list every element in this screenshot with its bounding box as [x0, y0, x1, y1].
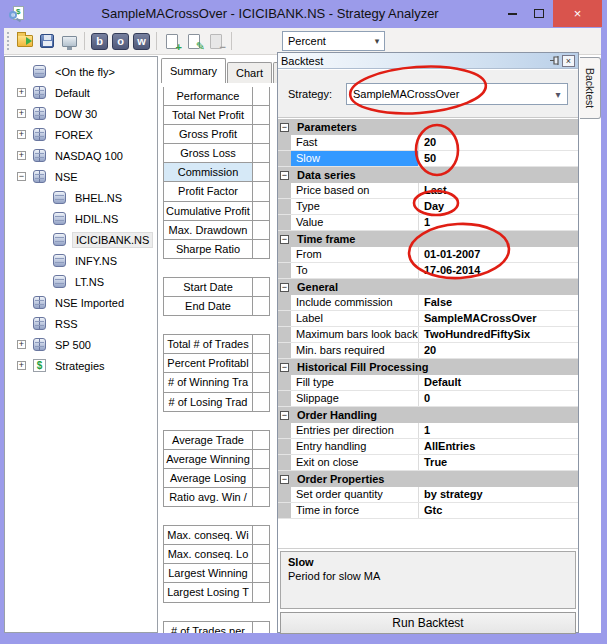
tree-item-lt[interactable]: LT.NS: [5, 271, 157, 292]
panel-close-icon[interactable]: ×: [562, 55, 575, 67]
property-row-exit-on-close[interactable]: Exit on closeTrue: [278, 455, 578, 471]
collapse-icon[interactable]: −: [280, 475, 289, 484]
summary-row[interactable]: Max. conseq. Wi: [163, 525, 270, 545]
strategy-select[interactable]: SampleMACrossOver ▾: [346, 83, 568, 105]
collapse-icon[interactable]: −: [280, 411, 289, 420]
property-row-min-bars-required[interactable]: Min. bars required20: [278, 343, 578, 359]
new-document-button[interactable]: +: [161, 30, 183, 52]
property-value[interactable]: 20: [419, 135, 578, 150]
pin-icon[interactable]: [548, 54, 562, 67]
summary-row[interactable]: Start Date: [163, 277, 270, 297]
expand-plus-icon[interactable]: +: [17, 109, 26, 118]
property-row-fill-type[interactable]: Fill typeDefault: [278, 375, 578, 391]
tree-item-nse[interactable]: −NSE: [5, 166, 157, 187]
tree-item-rss[interactable]: RSS: [5, 313, 157, 334]
summary-row[interactable]: Max. Drawdown: [163, 220, 270, 240]
summary-row[interactable]: Profit Factor: [163, 181, 270, 201]
summary-row-commission[interactable]: Commission: [163, 162, 270, 182]
tree-item-dow30[interactable]: +DOW 30: [5, 103, 157, 124]
o-button[interactable]: o: [112, 33, 129, 50]
tree-item-sp500[interactable]: +SP 500: [5, 334, 157, 355]
property-value[interactable]: SampleMACrossOver: [419, 311, 578, 326]
summary-row[interactable]: Largest Losing T: [163, 582, 270, 602]
tree-item-icicibank[interactable]: ICICIBANK.NS: [5, 229, 157, 250]
category-data-series[interactable]: −Data series: [278, 167, 578, 183]
property-row-price-based-on[interactable]: Price based onLast: [278, 183, 578, 199]
summary-row[interactable]: # of Losing Trad: [163, 392, 270, 412]
expand-plus-icon[interactable]: +: [17, 151, 26, 160]
backtest-side-tab[interactable]: Backtest: [580, 57, 601, 119]
category-time-frame[interactable]: −Time frame: [278, 231, 578, 247]
summary-row[interactable]: Average Losing: [163, 468, 270, 488]
property-value[interactable]: Day: [419, 199, 578, 214]
property-value[interactable]: 20: [419, 343, 578, 358]
expand-plus-icon[interactable]: +: [17, 130, 26, 139]
tree-item-hdil[interactable]: HDIL.NS: [5, 208, 157, 229]
run-backtest-button[interactable]: Run Backtest: [280, 612, 576, 634]
summary-row[interactable]: Ratio avg. Win /: [163, 487, 270, 507]
summary-row[interactable]: Average Trade: [163, 430, 270, 450]
property-row-entries-per-direction[interactable]: Entries per direction1: [278, 423, 578, 439]
property-value[interactable]: False: [419, 295, 578, 310]
property-row-time-in-force[interactable]: Time in forceGtc: [278, 503, 578, 519]
toolbar-grip[interactable]: [7, 32, 10, 50]
property-row-fast[interactable]: Fast20: [278, 135, 578, 151]
property-row-set-order-quantity[interactable]: Set order quantityby strategy: [278, 487, 578, 503]
summary-row[interactable]: Total Net Profit: [163, 105, 270, 125]
collapse-icon[interactable]: −: [280, 363, 289, 372]
expand-plus-icon[interactable]: +: [17, 361, 26, 370]
property-row-include-commission[interactable]: Include commissionFalse: [278, 295, 578, 311]
tab-summary[interactable]: Summary: [161, 58, 226, 83]
property-value[interactable]: Last: [419, 183, 578, 198]
tree-item-forex[interactable]: +FOREX: [5, 124, 157, 145]
property-row-max-bars-look-back[interactable]: Maximum bars look backTwoHundredFiftySix: [278, 327, 578, 343]
category-general[interactable]: −General: [278, 279, 578, 295]
display-mode-select[interactable]: Percent ▾: [282, 31, 385, 51]
property-row-label[interactable]: LabelSampleMACrossOver: [278, 311, 578, 327]
summary-row[interactable]: Performance: [163, 87, 270, 106]
property-value[interactable]: AllEntries: [419, 439, 578, 454]
summary-row[interactable]: Cumulative Profit: [163, 201, 270, 221]
property-value[interactable]: by strategy: [419, 487, 578, 502]
property-value[interactable]: 17-06-2014: [419, 263, 578, 278]
tree-item-on-the-fly[interactable]: <On the fly>: [5, 61, 157, 82]
property-value[interactable]: True: [419, 455, 578, 470]
property-value[interactable]: 0: [419, 391, 578, 406]
property-row-from[interactable]: From01-01-2007: [278, 247, 578, 263]
category-order-properties[interactable]: −Order Properties: [278, 471, 578, 487]
property-row-entry-handling[interactable]: Entry handlingAllEntries: [278, 439, 578, 455]
tree-item-nse-imported[interactable]: NSE Imported: [5, 292, 157, 313]
summary-row[interactable]: Gross Loss: [163, 143, 270, 163]
property-value[interactable]: 1: [419, 215, 578, 230]
open-button[interactable]: [14, 30, 36, 52]
close-button[interactable]: ×: [553, 0, 602, 27]
tree-item-default[interactable]: +Default: [5, 82, 157, 103]
property-row-value[interactable]: Value1: [278, 215, 578, 231]
property-value[interactable]: 1: [419, 423, 578, 438]
property-row-to[interactable]: To17-06-2014: [278, 263, 578, 279]
category-historical-fill-processing[interactable]: −Historical Fill Processing: [278, 359, 578, 375]
tree-item-strategies[interactable]: +$Strategies: [5, 355, 157, 376]
minimize-button[interactable]: [499, 0, 525, 27]
expand-plus-icon[interactable]: +: [17, 88, 26, 97]
category-order-handling[interactable]: −Order Handling: [278, 407, 578, 423]
summary-row[interactable]: Max. conseq. Lo: [163, 544, 270, 564]
tree-item-infy[interactable]: INFY.NS: [5, 250, 157, 271]
maximize-button[interactable]: [526, 0, 552, 27]
collapse-icon[interactable]: −: [280, 123, 289, 132]
property-value[interactable]: 01-01-2007: [419, 247, 578, 262]
tree-item-nasdaq100[interactable]: +NASDAQ 100: [5, 145, 157, 166]
expand-plus-icon[interactable]: +: [17, 340, 26, 349]
property-value[interactable]: 50: [419, 151, 578, 166]
edit-document-button[interactable]: ✎: [183, 30, 205, 52]
category-parameters[interactable]: −Parameters: [278, 119, 578, 135]
tab-chart[interactable]: Chart: [227, 62, 272, 83]
property-row-slippage[interactable]: Slippage0: [278, 391, 578, 407]
summary-row[interactable]: Total # of Trades: [163, 334, 270, 354]
collapse-icon[interactable]: −: [280, 235, 289, 244]
property-value[interactable]: Default: [419, 375, 578, 390]
summary-row[interactable]: # of Trades per: [163, 621, 270, 633]
property-row-slow[interactable]: Slow50: [278, 151, 578, 167]
summary-row[interactable]: Gross Profit: [163, 124, 270, 144]
summary-row[interactable]: End Date: [163, 296, 270, 316]
